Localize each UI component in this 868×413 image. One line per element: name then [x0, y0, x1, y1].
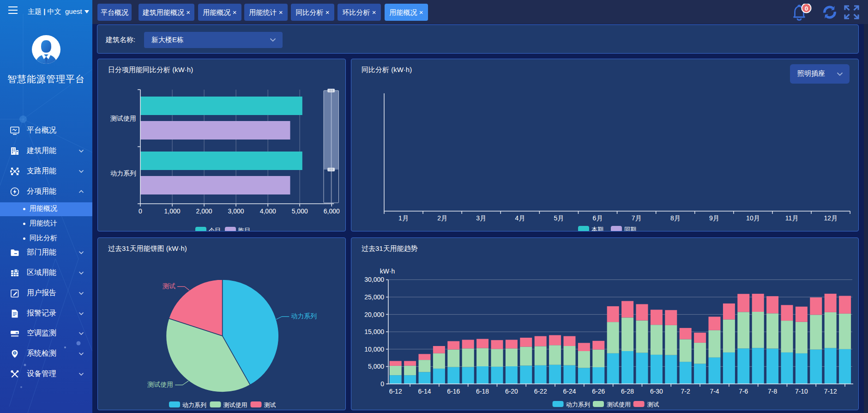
svg-text:3,000: 3,000: [228, 207, 244, 215]
svg-text:0: 0: [139, 207, 142, 215]
svg-text:同期: 同期: [624, 226, 636, 231]
svg-text:6-18: 6-18: [476, 388, 489, 395]
svg-text:7-12: 7-12: [824, 388, 837, 395]
svg-text:6月: 6月: [593, 214, 603, 222]
svg-text:动力系列: 动力系列: [566, 401, 590, 408]
svg-text:6-28: 6-28: [621, 388, 634, 395]
svg-text:测试使用: 测试使用: [223, 401, 247, 408]
svg-text:7月: 7月: [632, 214, 642, 222]
svg-text:4月: 4月: [515, 214, 525, 222]
svg-text:kW·h: kW·h: [380, 267, 395, 275]
svg-text:20,000: 20,000: [364, 311, 384, 318]
svg-text:测试: 测试: [647, 401, 659, 408]
svg-text:7-4: 7-4: [710, 388, 719, 395]
svg-text:0: 0: [805, 5, 808, 12]
svg-text:6-30: 6-30: [650, 388, 663, 395]
svg-text:1,000: 1,000: [164, 207, 181, 215]
svg-text:测试使用: 测试使用: [147, 381, 173, 388]
svg-text:6-22: 6-22: [534, 388, 547, 395]
svg-text:10月: 10月: [746, 214, 760, 222]
svg-text:今日: 今日: [209, 227, 221, 231]
svg-text:本期: 本期: [591, 226, 603, 231]
svg-text:3月: 3月: [476, 214, 486, 222]
svg-text:0: 0: [380, 380, 384, 388]
svg-text:6-26: 6-26: [592, 388, 605, 395]
svg-text:测试: 测试: [264, 401, 276, 408]
svg-text:动力系列: 动力系列: [291, 312, 317, 320]
svg-text:7-10: 7-10: [795, 388, 808, 395]
svg-text:动力系列: 动力系列: [110, 170, 136, 177]
svg-text:4,000: 4,000: [260, 207, 276, 215]
svg-text:10,000: 10,000: [364, 346, 384, 353]
svg-text:15,000: 15,000: [364, 328, 384, 335]
svg-text:9月: 9月: [709, 214, 719, 222]
svg-text:5,000: 5,000: [368, 363, 384, 370]
svg-text:6-12: 6-12: [389, 388, 402, 395]
svg-text:6-14: 6-14: [418, 388, 431, 395]
svg-text:测试使用: 测试使用: [110, 115, 136, 122]
svg-text:5,000: 5,000: [292, 207, 308, 215]
svg-text:5月: 5月: [554, 214, 564, 222]
svg-text:2月: 2月: [437, 214, 447, 222]
svg-text:7-2: 7-2: [681, 388, 690, 395]
svg-text:6,000: 6,000: [324, 207, 340, 215]
svg-text:25,000: 25,000: [364, 293, 384, 301]
svg-text:昨日: 昨日: [238, 227, 250, 231]
svg-text:测试: 测试: [163, 282, 175, 290]
svg-text:8月: 8月: [670, 214, 681, 222]
svg-text:动力系列: 动力系列: [182, 401, 206, 408]
svg-text:1月: 1月: [398, 214, 409, 222]
svg-text:11月: 11月: [785, 214, 799, 222]
svg-text:测试使用: 测试使用: [607, 401, 631, 408]
svg-text:6-20: 6-20: [505, 388, 518, 395]
svg-text:7-6: 7-6: [739, 388, 748, 395]
svg-text:7-8: 7-8: [768, 388, 777, 395]
svg-text:6-24: 6-24: [563, 388, 576, 395]
svg-text:2,000: 2,000: [196, 207, 212, 215]
svg-text:12月: 12月: [824, 214, 838, 222]
svg-text:6-16: 6-16: [447, 388, 460, 395]
svg-text:30,000: 30,000: [364, 276, 384, 283]
